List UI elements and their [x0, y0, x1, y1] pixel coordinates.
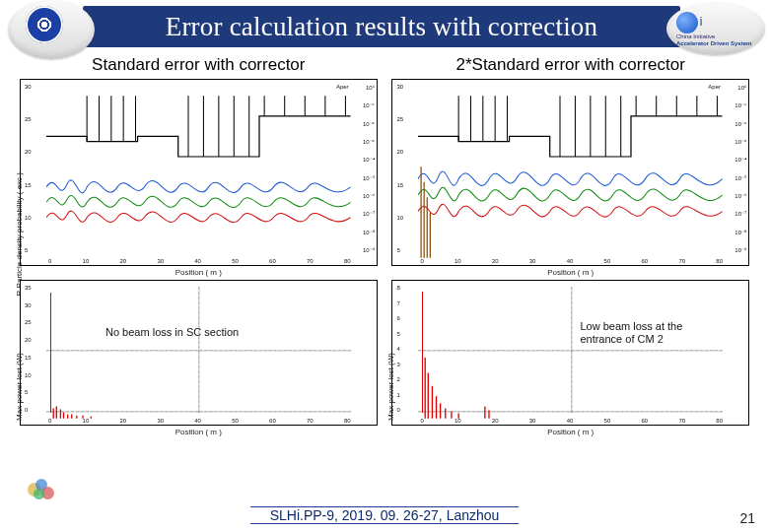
slide-title-bar: Error calculation results with correctio…	[83, 6, 680, 47]
yaxis-left: R Particle density probability ( exc )	[15, 172, 24, 296]
yticks-left-bot: 05 1015 2025 3035	[25, 285, 32, 413]
yticks-right-log2: 10⁻⁹10⁻⁸ 10⁻⁷10⁻⁶ 10⁻⁵10⁻⁴ 10⁻³10⁻² 10⁻¹…	[734, 84, 746, 253]
xticks-top: 010 2030 4050 6070 80	[48, 258, 351, 264]
chart-right-bottom: Max power lost (W) 01 23 45 67 8	[391, 280, 749, 426]
yaxis-right-bot: Max power lost (W)	[386, 353, 395, 421]
xaxis-label-left-bot: Position ( m )	[175, 428, 222, 436]
right-column: 2*Standard error with corrector 510 1520…	[391, 53, 749, 426]
xticks-bot: 010 2030 4050 6070 80	[48, 418, 351, 424]
xticks-bot-r: 010 2030 4050 6070 80	[420, 418, 723, 424]
institute-seal-icon	[8, 0, 95, 59]
ciads-logo-icon: i China Initiative Accelerator Driven Sy…	[666, 2, 765, 55]
brand-line1: China Initiative	[676, 33, 715, 39]
yticks-right-bot: 01 23 45 67 8	[396, 285, 399, 413]
chart-left-bottom: Max power lost (W) 05 1015 2025 3035	[20, 280, 378, 426]
decorative-splat-icon	[28, 479, 61, 500]
slide-number: 21	[739, 510, 755, 526]
yaxis-left-bot: Max power lost (W)	[15, 353, 24, 421]
footer-text: SLHi.PP-9, 2019. 09. 26-27, Lanzhou	[250, 506, 520, 524]
slide-title: Error calculation results with correctio…	[166, 12, 598, 42]
xaxis-label-right-bot: Position ( m )	[547, 428, 594, 436]
slide-footer: SLHi.PP-9, 2019. 09. 26-27, Lanzhou	[0, 506, 769, 524]
chart-right-top: 510 1520 2530 10⁻⁹10⁻⁸ 10⁻⁷10⁻⁶ 10⁻⁵10⁻⁴…	[391, 79, 749, 266]
left-column: Standard error with corrector R Particle…	[20, 53, 378, 426]
xticks-top-r: 010 2030 4050 6070 80	[420, 258, 723, 264]
right-column-title: 2*Standard error with corrector	[391, 55, 749, 75]
loss-bars-left-icon	[46, 287, 351, 419]
right-annotation: Low beam loss at the entrance of CM 2	[580, 320, 682, 345]
yticks-right-mm: 510 1520 2530	[396, 84, 403, 253]
aperture-line-icon	[46, 86, 351, 258]
xaxis-label-right-top: Position ( m )	[547, 268, 594, 277]
yticks-left-mm: 510 1520 2530	[25, 84, 32, 253]
aperture-line-right-icon	[418, 86, 723, 258]
left-annotation: No beam loss in SC section	[105, 326, 239, 339]
loss-bars-right-icon	[418, 287, 723, 419]
yticks-right-log: 10⁻⁹10⁻⁸ 10⁻⁷10⁻⁶ 10⁻⁵10⁻⁴ 10⁻³10⁻² 10⁻¹…	[363, 84, 375, 253]
brand-line2: Accelerator Driven System	[676, 40, 751, 46]
xaxis-label-left-top: Position ( m )	[175, 268, 222, 277]
slide-body: Standard error with corrector R Particle…	[20, 53, 749, 493]
chart-left-top: R Particle density probability ( exc ) 5…	[20, 79, 378, 266]
